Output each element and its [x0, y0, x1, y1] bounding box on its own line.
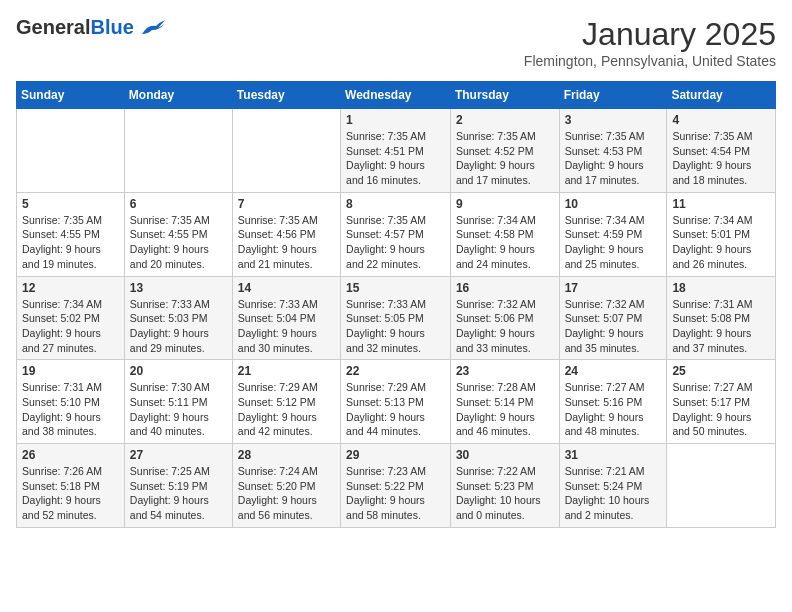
calendar-cell: 9Sunrise: 7:34 AMSunset: 4:58 PMDaylight…	[450, 192, 559, 276]
day-info: Sunrise: 7:34 AMSunset: 4:59 PMDaylight:…	[565, 213, 662, 272]
day-number: 12	[22, 281, 119, 295]
day-info: Sunrise: 7:34 AMSunset: 5:01 PMDaylight:…	[672, 213, 770, 272]
calendar-week-row: 26Sunrise: 7:26 AMSunset: 5:18 PMDayligh…	[17, 444, 776, 528]
calendar-cell: 7Sunrise: 7:35 AMSunset: 4:56 PMDaylight…	[232, 192, 340, 276]
calendar-cell: 24Sunrise: 7:27 AMSunset: 5:16 PMDayligh…	[559, 360, 667, 444]
day-number: 30	[456, 448, 554, 462]
calendar-cell: 29Sunrise: 7:23 AMSunset: 5:22 PMDayligh…	[341, 444, 451, 528]
day-number: 7	[238, 197, 335, 211]
calendar-cell	[232, 109, 340, 193]
calendar-cell: 20Sunrise: 7:30 AMSunset: 5:11 PMDayligh…	[124, 360, 232, 444]
weekday-header-saturday: Saturday	[667, 82, 776, 109]
day-info: Sunrise: 7:35 AMSunset: 4:51 PMDaylight:…	[346, 129, 445, 188]
day-info: Sunrise: 7:35 AMSunset: 4:53 PMDaylight:…	[565, 129, 662, 188]
day-info: Sunrise: 7:34 AMSunset: 5:02 PMDaylight:…	[22, 297, 119, 356]
day-info: Sunrise: 7:25 AMSunset: 5:19 PMDaylight:…	[130, 464, 227, 523]
day-number: 20	[130, 364, 227, 378]
day-number: 9	[456, 197, 554, 211]
calendar-cell	[124, 109, 232, 193]
day-number: 18	[672, 281, 770, 295]
weekday-header-sunday: Sunday	[17, 82, 125, 109]
day-number: 1	[346, 113, 445, 127]
calendar-cell: 26Sunrise: 7:26 AMSunset: 5:18 PMDayligh…	[17, 444, 125, 528]
logo-bird-icon	[138, 16, 166, 38]
day-number: 25	[672, 364, 770, 378]
weekday-header-tuesday: Tuesday	[232, 82, 340, 109]
calendar-cell: 2Sunrise: 7:35 AMSunset: 4:52 PMDaylight…	[450, 109, 559, 193]
calendar-cell: 27Sunrise: 7:25 AMSunset: 5:19 PMDayligh…	[124, 444, 232, 528]
calendar-cell: 5Sunrise: 7:35 AMSunset: 4:55 PMDaylight…	[17, 192, 125, 276]
calendar-cell: 3Sunrise: 7:35 AMSunset: 4:53 PMDaylight…	[559, 109, 667, 193]
logo-general: General	[16, 16, 90, 38]
day-number: 14	[238, 281, 335, 295]
calendar-week-row: 12Sunrise: 7:34 AMSunset: 5:02 PMDayligh…	[17, 276, 776, 360]
day-number: 2	[456, 113, 554, 127]
day-info: Sunrise: 7:32 AMSunset: 5:07 PMDaylight:…	[565, 297, 662, 356]
day-number: 13	[130, 281, 227, 295]
calendar-cell: 28Sunrise: 7:24 AMSunset: 5:20 PMDayligh…	[232, 444, 340, 528]
day-number: 28	[238, 448, 335, 462]
weekday-header-friday: Friday	[559, 82, 667, 109]
calendar-cell: 8Sunrise: 7:35 AMSunset: 4:57 PMDaylight…	[341, 192, 451, 276]
day-info: Sunrise: 7:33 AMSunset: 5:05 PMDaylight:…	[346, 297, 445, 356]
day-info: Sunrise: 7:31 AMSunset: 5:10 PMDaylight:…	[22, 380, 119, 439]
day-info: Sunrise: 7:32 AMSunset: 5:06 PMDaylight:…	[456, 297, 554, 356]
day-number: 5	[22, 197, 119, 211]
calendar-cell: 21Sunrise: 7:29 AMSunset: 5:12 PMDayligh…	[232, 360, 340, 444]
day-info: Sunrise: 7:29 AMSunset: 5:12 PMDaylight:…	[238, 380, 335, 439]
day-number: 24	[565, 364, 662, 378]
calendar-week-row: 1Sunrise: 7:35 AMSunset: 4:51 PMDaylight…	[17, 109, 776, 193]
day-info: Sunrise: 7:33 AMSunset: 5:03 PMDaylight:…	[130, 297, 227, 356]
calendar-cell: 25Sunrise: 7:27 AMSunset: 5:17 PMDayligh…	[667, 360, 776, 444]
calendar-cell: 22Sunrise: 7:29 AMSunset: 5:13 PMDayligh…	[341, 360, 451, 444]
day-info: Sunrise: 7:28 AMSunset: 5:14 PMDaylight:…	[456, 380, 554, 439]
calendar-cell: 15Sunrise: 7:33 AMSunset: 5:05 PMDayligh…	[341, 276, 451, 360]
day-info: Sunrise: 7:23 AMSunset: 5:22 PMDaylight:…	[346, 464, 445, 523]
day-number: 6	[130, 197, 227, 211]
calendar-week-row: 19Sunrise: 7:31 AMSunset: 5:10 PMDayligh…	[17, 360, 776, 444]
calendar-cell: 18Sunrise: 7:31 AMSunset: 5:08 PMDayligh…	[667, 276, 776, 360]
day-number: 23	[456, 364, 554, 378]
day-info: Sunrise: 7:35 AMSunset: 4:55 PMDaylight:…	[22, 213, 119, 272]
day-number: 3	[565, 113, 662, 127]
calendar-cell: 6Sunrise: 7:35 AMSunset: 4:55 PMDaylight…	[124, 192, 232, 276]
calendar-cell: 10Sunrise: 7:34 AMSunset: 4:59 PMDayligh…	[559, 192, 667, 276]
day-info: Sunrise: 7:35 AMSunset: 4:57 PMDaylight:…	[346, 213, 445, 272]
calendar-cell: 16Sunrise: 7:32 AMSunset: 5:06 PMDayligh…	[450, 276, 559, 360]
calendar-cell: 23Sunrise: 7:28 AMSunset: 5:14 PMDayligh…	[450, 360, 559, 444]
calendar-cell: 19Sunrise: 7:31 AMSunset: 5:10 PMDayligh…	[17, 360, 125, 444]
weekday-header-monday: Monday	[124, 82, 232, 109]
day-info: Sunrise: 7:35 AMSunset: 4:54 PMDaylight:…	[672, 129, 770, 188]
weekday-header-thursday: Thursday	[450, 82, 559, 109]
day-info: Sunrise: 7:35 AMSunset: 4:55 PMDaylight:…	[130, 213, 227, 272]
title-block: January 2025 Flemington, Pennsylvania, U…	[524, 16, 776, 69]
day-number: 22	[346, 364, 445, 378]
calendar-cell: 30Sunrise: 7:22 AMSunset: 5:23 PMDayligh…	[450, 444, 559, 528]
day-number: 21	[238, 364, 335, 378]
logo: GeneralBlue	[16, 16, 166, 38]
calendar-cell: 1Sunrise: 7:35 AMSunset: 4:51 PMDaylight…	[341, 109, 451, 193]
day-number: 19	[22, 364, 119, 378]
calendar-week-row: 5Sunrise: 7:35 AMSunset: 4:55 PMDaylight…	[17, 192, 776, 276]
day-info: Sunrise: 7:27 AMSunset: 5:17 PMDaylight:…	[672, 380, 770, 439]
day-number: 4	[672, 113, 770, 127]
day-number: 11	[672, 197, 770, 211]
day-info: Sunrise: 7:29 AMSunset: 5:13 PMDaylight:…	[346, 380, 445, 439]
day-number: 8	[346, 197, 445, 211]
day-info: Sunrise: 7:26 AMSunset: 5:18 PMDaylight:…	[22, 464, 119, 523]
calendar-cell: 17Sunrise: 7:32 AMSunset: 5:07 PMDayligh…	[559, 276, 667, 360]
month-title: January 2025	[524, 16, 776, 53]
calendar-cell: 13Sunrise: 7:33 AMSunset: 5:03 PMDayligh…	[124, 276, 232, 360]
day-info: Sunrise: 7:27 AMSunset: 5:16 PMDaylight:…	[565, 380, 662, 439]
day-info: Sunrise: 7:31 AMSunset: 5:08 PMDaylight:…	[672, 297, 770, 356]
day-number: 15	[346, 281, 445, 295]
page-header: GeneralBlue January 2025 Flemington, Pen…	[16, 16, 776, 69]
day-info: Sunrise: 7:21 AMSunset: 5:24 PMDaylight:…	[565, 464, 662, 523]
calendar-cell: 31Sunrise: 7:21 AMSunset: 5:24 PMDayligh…	[559, 444, 667, 528]
location: Flemington, Pennsylvania, United States	[524, 53, 776, 69]
day-info: Sunrise: 7:30 AMSunset: 5:11 PMDaylight:…	[130, 380, 227, 439]
calendar-cell	[17, 109, 125, 193]
day-number: 16	[456, 281, 554, 295]
day-number: 10	[565, 197, 662, 211]
weekday-header-wednesday: Wednesday	[341, 82, 451, 109]
